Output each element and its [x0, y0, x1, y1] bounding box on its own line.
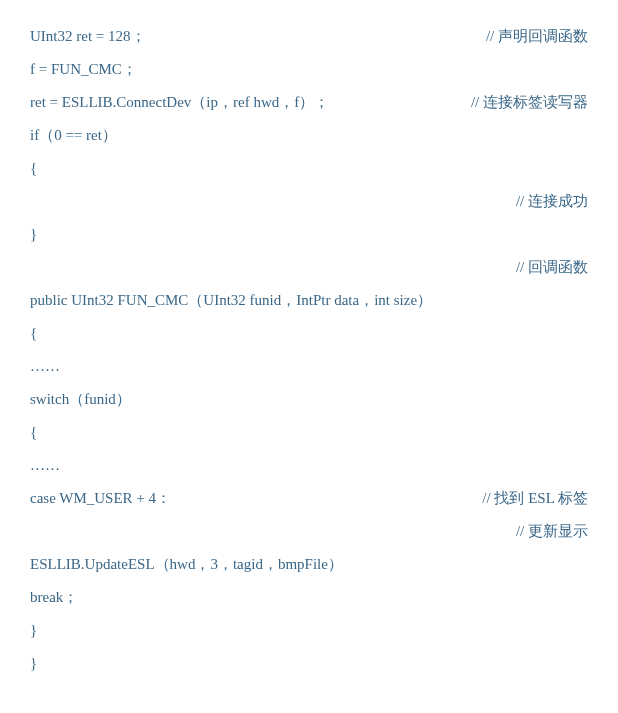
code-comment: // 声明回调函数: [486, 20, 588, 53]
code-text: ……: [30, 350, 60, 383]
code-line: case WM_USER + 4： // 找到 ESL 标签: [30, 482, 588, 515]
code-text: }: [30, 218, 37, 251]
code-line: break；: [30, 581, 588, 614]
code-line: // 更新显示: [30, 515, 588, 548]
code-comment: // 连接成功: [516, 185, 588, 218]
code-text: ……: [30, 449, 60, 482]
code-line: {: [30, 317, 588, 350]
code-line: }: [30, 614, 588, 647]
code-text: ret = ESLLIB.ConnectDev（ip，ref hwd，f）；: [30, 86, 329, 119]
code-block: UInt32 ret = 128； // 声明回调函数 f = FUN_CMC；…: [30, 20, 588, 680]
code-comment: // 更新显示: [516, 515, 588, 548]
code-line: {: [30, 416, 588, 449]
code-line: switch（funid）: [30, 383, 588, 416]
code-line: f = FUN_CMC；: [30, 53, 588, 86]
code-text: {: [30, 416, 37, 449]
code-line: ……: [30, 350, 588, 383]
code-line: if（0 == ret）: [30, 119, 588, 152]
code-text: public UInt32 FUN_CMC（UInt32 funid，IntPt…: [30, 284, 432, 317]
code-line: ret = ESLLIB.ConnectDev（ip，ref hwd，f）； /…: [30, 86, 588, 119]
code-line: }: [30, 647, 588, 680]
code-comment: // 回调函数: [516, 251, 588, 284]
code-line: UInt32 ret = 128； // 声明回调函数: [30, 20, 588, 53]
code-comment: // 找到 ESL 标签: [482, 482, 588, 515]
code-comment: // 连接标签读写器: [471, 86, 588, 119]
code-line: {: [30, 152, 588, 185]
code-text: case WM_USER + 4：: [30, 482, 171, 515]
code-text: }: [30, 647, 37, 680]
code-line: ESLLIB.UpdateESL（hwd，3，tagid，bmpFile）: [30, 548, 588, 581]
code-text: if（0 == ret）: [30, 119, 117, 152]
code-line: public UInt32 FUN_CMC（UInt32 funid，IntPt…: [30, 284, 588, 317]
code-line: }: [30, 218, 588, 251]
code-text: switch（funid）: [30, 383, 131, 416]
code-line: // 回调函数: [30, 251, 588, 284]
code-text: ESLLIB.UpdateESL（hwd，3，tagid，bmpFile）: [30, 548, 343, 581]
code-text: {: [30, 152, 37, 185]
code-line: // 连接成功: [30, 185, 588, 218]
code-line: ……: [30, 449, 588, 482]
code-text: }: [30, 614, 37, 647]
code-text: f = FUN_CMC；: [30, 53, 137, 86]
code-text: {: [30, 317, 37, 350]
code-text: UInt32 ret = 128；: [30, 20, 146, 53]
code-text: break；: [30, 581, 78, 614]
